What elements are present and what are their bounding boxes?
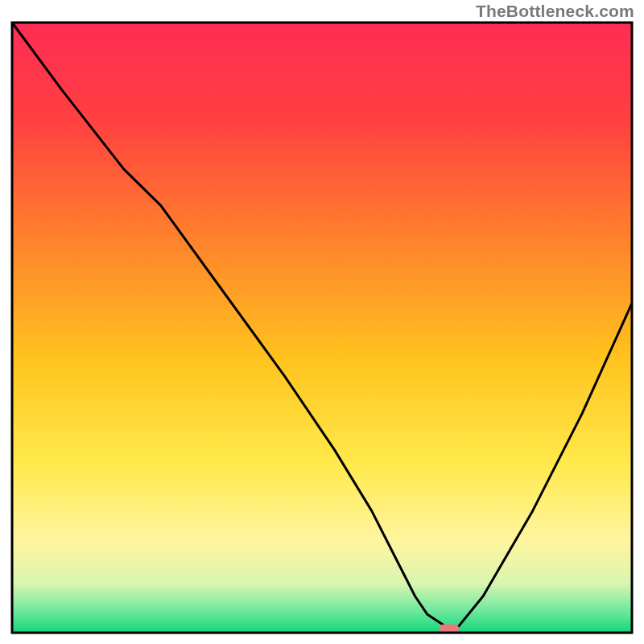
chart-container: TheBottleneck.com (0, 0, 644, 644)
optimum-marker (440, 624, 460, 633)
bottleneck-chart (0, 0, 644, 644)
gradient-background (12, 23, 632, 633)
watermark-text: TheBottleneck.com (476, 2, 634, 21)
